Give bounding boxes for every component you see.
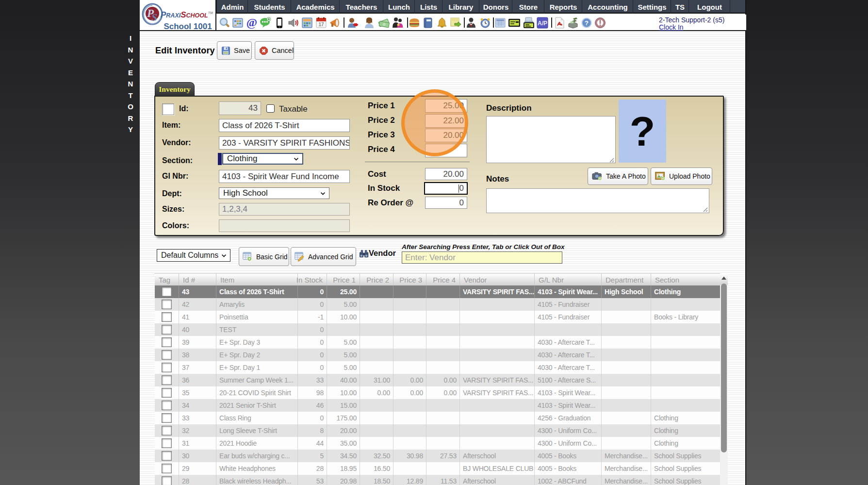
svg-text:A/P: A/P: [538, 20, 547, 27]
svg-text:@: @: [246, 17, 257, 29]
svg-text:17: 17: [318, 22, 324, 27]
svg-text:?: ?: [585, 19, 589, 27]
svg-text:S: S: [151, 12, 157, 23]
